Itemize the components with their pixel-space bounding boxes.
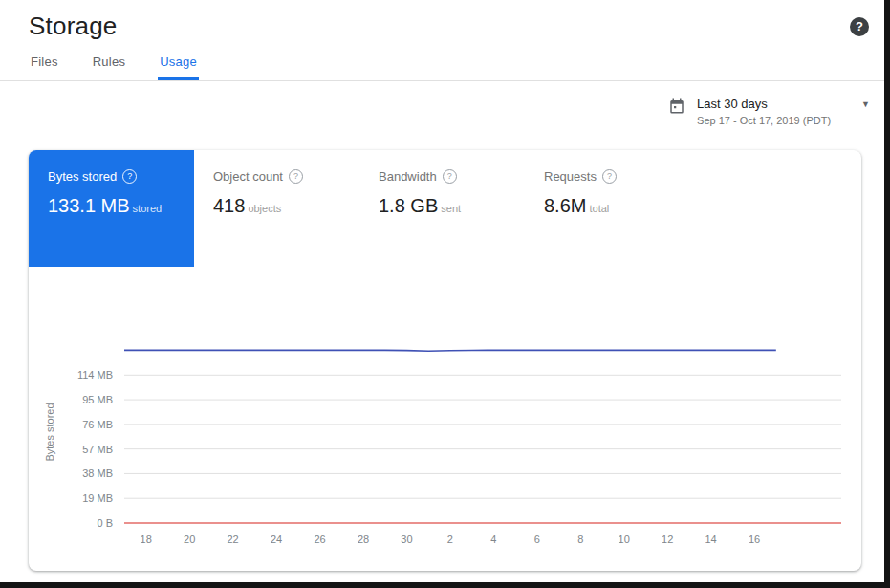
svg-text:20: 20: [184, 534, 195, 545]
storage-page: Storage ? Files Rules Usage Last 30 days…: [0, 0, 884, 582]
help-icon: ?: [602, 169, 617, 184]
svg-text:24: 24: [271, 534, 282, 545]
metrics-row: Bytes stored ? 133.1 MBstored Object cou…: [29, 150, 861, 267]
chevron-down-icon: ▼: [861, 99, 870, 109]
svg-text:6: 6: [534, 534, 540, 545]
metric-label: Requests ?: [544, 169, 690, 184]
tab-files[interactable]: Files: [29, 49, 60, 80]
metric-requests[interactable]: Requests ? 8.6Mtotal: [525, 150, 690, 267]
svg-text:0 B: 0 B: [97, 517, 113, 529]
metric-object-count[interactable]: Object count ? 418objects: [194, 150, 359, 267]
metric-value: 133.1 MBstored: [48, 195, 194, 217]
svg-text:114 MB: 114 MB: [77, 369, 113, 381]
date-range-label: Last 30 days: [697, 97, 848, 111]
metric-label: Bytes stored ?: [48, 169, 194, 184]
date-range-row: Last 30 days Sep 17 - Oct 17, 2019 (PDT)…: [0, 81, 884, 150]
date-range-picker[interactable]: Last 30 days Sep 17 - Oct 17, 2019 (PDT)…: [668, 97, 870, 126]
metric-value: 418objects: [213, 195, 359, 217]
svg-text:14: 14: [705, 534, 717, 545]
svg-text:57 MB: 57 MB: [82, 444, 113, 455]
help-icon: ?: [289, 169, 303, 184]
usage-card: Bytes stored ? 133.1 MBstored Object cou…: [29, 150, 861, 571]
svg-text:38 MB: 38 MB: [82, 468, 113, 479]
page-header: Storage ?: [0, 0, 884, 49]
page-title: Storage: [29, 11, 117, 41]
metric-value: 1.8 GBsent: [379, 195, 525, 217]
svg-text:95 MB: 95 MB: [82, 394, 113, 405]
help-button[interactable]: ?: [850, 17, 869, 36]
svg-text:76 MB: 76 MB: [82, 419, 113, 430]
svg-text:26: 26: [314, 534, 325, 545]
tab-bar: Files Rules Usage: [0, 49, 884, 81]
svg-text:8: 8: [577, 534, 583, 545]
metric-bytes-stored[interactable]: Bytes stored ? 133.1 MBstored: [29, 150, 194, 267]
usage-chart: 0 B19 MB38 MB57 MB76 MB95 MB114 MB182022…: [29, 327, 851, 552]
tab-usage[interactable]: Usage: [158, 49, 199, 80]
svg-text:12: 12: [662, 534, 673, 545]
metric-label: Object count ?: [213, 169, 359, 184]
tab-rules[interactable]: Rules: [91, 49, 128, 80]
svg-text:30: 30: [401, 534, 412, 545]
metric-label: Bandwidth ?: [379, 169, 525, 184]
svg-text:4: 4: [490, 534, 496, 545]
svg-text:Bytes stored: Bytes stored: [44, 403, 55, 461]
metric-bandwidth[interactable]: Bandwidth ? 1.8 GBsent: [359, 150, 525, 267]
metric-value: 8.6Mtotal: [544, 195, 690, 217]
svg-text:19 MB: 19 MB: [82, 492, 113, 504]
svg-text:18: 18: [141, 534, 152, 545]
svg-text:10: 10: [619, 534, 630, 545]
calendar-icon: [668, 98, 685, 119]
svg-text:28: 28: [358, 534, 369, 545]
help-icon: ?: [856, 19, 863, 33]
svg-text:16: 16: [749, 534, 760, 545]
date-range-text: Last 30 days Sep 17 - Oct 17, 2019 (PDT): [697, 97, 848, 126]
svg-text:22: 22: [228, 534, 239, 545]
help-icon: ?: [122, 169, 137, 184]
bytes-stored-chart: 0 B19 MB38 MB57 MB76 MB95 MB114 MB182022…: [29, 327, 861, 552]
help-icon: ?: [443, 169, 457, 184]
date-range-sublabel: Sep 17 - Oct 17, 2019 (PDT): [697, 115, 848, 126]
svg-text:2: 2: [447, 534, 453, 545]
